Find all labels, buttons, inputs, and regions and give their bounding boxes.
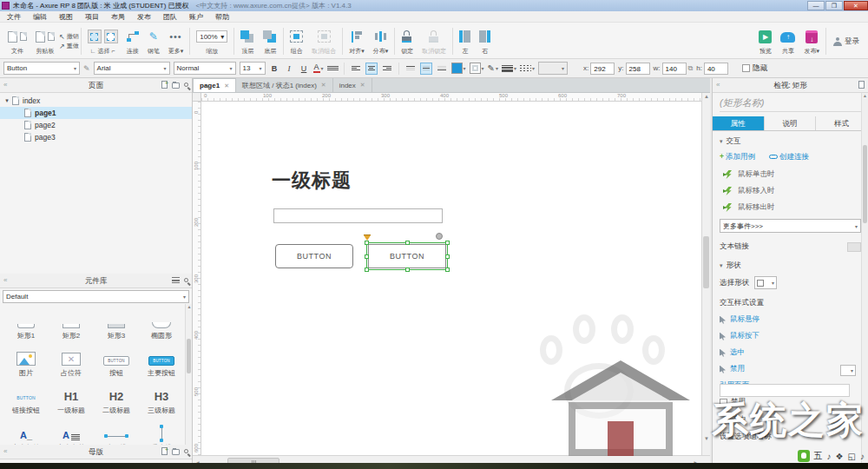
inspector-scrollbar[interactable]: ▲ [861, 93, 868, 463]
collapse-panel-icon[interactable]: « [716, 82, 720, 89]
height-input[interactable]: 40 [704, 63, 728, 75]
file-tools[interactable]: 文件 [3, 24, 31, 58]
notes-page-icon[interactable] [858, 81, 865, 89]
align-left-text-button[interactable] [350, 63, 362, 75]
widget-name-input[interactable]: (矩形名称) [720, 96, 861, 112]
add-master-icon[interactable] [161, 447, 168, 455]
search-icon[interactable] [184, 83, 188, 87]
page-tree-item-page2[interactable]: page2 [0, 119, 192, 131]
widget-ellipse[interactable]: 椭圆形 [139, 305, 184, 342]
valign-top-button[interactable] [404, 63, 417, 75]
minimize-button[interactable]: — [807, 1, 825, 10]
preview-button[interactable]: ▶ 预览 [754, 24, 776, 58]
lock-button[interactable]: 锁定 [397, 24, 418, 58]
redo-button[interactable]: ↗重做 [59, 42, 79, 50]
maximize-button[interactable]: ❐ [825, 1, 843, 10]
align-right-button[interactable]: 右 [475, 24, 495, 58]
font-size-select[interactable]: 13▾ [240, 62, 266, 75]
x-input[interactable]: 292 [590, 63, 615, 75]
shape-section-header[interactable]: ▾形状 [720, 261, 861, 271]
width-input[interactable]: 140 [662, 63, 687, 75]
group-button[interactable]: 组合 [286, 24, 307, 58]
share-button[interactable]: ↑ 共享 [776, 24, 799, 58]
clipboard-tools[interactable]: 剪贴板 [31, 24, 59, 58]
widget-scrollbar[interactable]: ▲▼ [185, 304, 192, 450]
widget-placeholder[interactable]: ✕占位符 [49, 342, 94, 380]
canvas-vertical-scrollbar[interactable]: ▲ ▼ [701, 93, 710, 455]
menu-help[interactable]: 帮助 [215, 12, 229, 22]
tab-page1[interactable]: page1✕ [193, 78, 236, 92]
widget-h3[interactable]: H3三级标题 [139, 380, 184, 417]
widget-primary-button[interactable]: BUTTON主要按钮 [139, 342, 184, 380]
widget-link-button[interactable]: BUTTON链接按钮 [3, 380, 49, 417]
underline-button[interactable]: U [299, 63, 310, 75]
style-selected-link[interactable]: 选中 [720, 347, 861, 358]
fill-color-button[interactable]: ▾ [451, 63, 466, 74]
event-onclick[interactable]: 鼠标单击时 [725, 169, 861, 180]
close-tab-icon[interactable]: ✕ [321, 82, 326, 89]
shape-select[interactable]: ▾ [754, 276, 777, 289]
add-folder-icon[interactable] [172, 449, 180, 455]
collapse-panel-icon[interactable]: « [3, 448, 7, 455]
align-right-text-button[interactable] [381, 63, 393, 75]
style-mousedown-link[interactable]: 鼠标按下 [720, 331, 861, 341]
distribute-button[interactable]: 分布▾ [369, 24, 393, 58]
library-menu-icon[interactable] [172, 277, 180, 283]
italic-button[interactable]: I [284, 63, 295, 75]
option-group-select[interactable]: ▾ [840, 365, 856, 376]
add-case-link[interactable]: +添加用例 [720, 152, 755, 162]
close-tab-icon[interactable]: ✕ [360, 82, 365, 89]
collapse-panel-icon[interactable]: « [3, 82, 7, 89]
widget-style-select[interactable]: Button▾ [3, 62, 80, 75]
font-weight-select[interactable]: Normal▾ [174, 62, 236, 75]
widget-h2[interactable]: H2二级标题 [94, 380, 139, 417]
menu-view[interactable]: 视图 [59, 12, 73, 22]
connect-tool[interactable]: 连接 [122, 24, 143, 58]
border-style-button[interactable]: ▾ [520, 63, 535, 74]
widget-h1[interactable]: H1一级标题 [49, 380, 94, 417]
widget-rect1[interactable]: 矩形1 [3, 305, 49, 342]
login-button[interactable]: 登录 [828, 24, 865, 58]
design-canvas[interactable]: 一级标题 BUTTON BUTTON [201, 102, 701, 455]
widget-rect2[interactable]: 矩形2 [49, 305, 94, 342]
menu-file[interactable]: 文件 [7, 12, 21, 22]
pen-tool[interactable]: ✎ 钢笔 [143, 24, 164, 58]
more-events-select[interactable]: 更多事件>>>▾ [720, 219, 861, 233]
widget-image[interactable]: 图片 [3, 342, 49, 380]
event-mouseleave[interactable]: 鼠标移出时 [725, 202, 861, 213]
page-tree-item-page3[interactable]: page3 [0, 131, 192, 143]
collapse-panel-icon[interactable]: « [3, 277, 7, 284]
send-to-back-button[interactable]: 底层 [259, 24, 281, 58]
align-button[interactable]: 对齐▾ [345, 24, 369, 58]
create-connection-link[interactable]: 创建连接 [769, 152, 809, 162]
format-painter-icon[interactable]: ✎ [83, 63, 90, 74]
hidden-checkbox[interactable] [742, 64, 750, 72]
tab-properties[interactable]: 属性 [713, 116, 765, 130]
menu-team[interactable]: 团队 [163, 12, 177, 22]
valign-middle-button[interactable] [420, 63, 432, 75]
interaction-section-header[interactable]: ▾交互 [720, 136, 861, 147]
tab-index[interactable]: index✕ [333, 78, 372, 92]
border-color-button[interactable]: ✎▾ [488, 63, 498, 74]
close-tab-icon[interactable]: ✕ [224, 83, 229, 89]
library-select[interactable]: Default▾ [3, 290, 189, 303]
font-family-select[interactable]: Arial▾ [94, 62, 170, 75]
menu-publish[interactable]: 发布 [137, 12, 151, 22]
canvas-textfield-widget[interactable] [273, 208, 443, 223]
select-mode-tools[interactable]: ∟ 选择 ⌐ [83, 24, 122, 58]
tab-state1-index[interactable]: 联想区域 / 状态1 (index)✕ [236, 78, 333, 92]
page-tree-item-page1[interactable]: page1 [0, 107, 192, 119]
widget-button[interactable]: BUTTON按钮 [94, 342, 139, 380]
add-page-icon[interactable] [161, 81, 168, 89]
style-mouseover-link[interactable]: 鼠标悬停 [720, 314, 861, 325]
valign-bottom-button[interactable] [436, 63, 448, 75]
disabled-checkbox[interactable] [720, 399, 727, 406]
publish-button[interactable]: ↓ 发布▾ [799, 24, 824, 58]
search-icon[interactable] [184, 278, 188, 282]
canvas-heading-widget[interactable]: 一级标题 [272, 168, 352, 194]
link-dimensions-icon[interactable]: ⧉ [688, 64, 694, 73]
bold-button[interactable]: B [269, 63, 280, 75]
font-color-button[interactable]: A▾ [313, 63, 324, 73]
menu-account[interactable]: 账户 [189, 12, 203, 22]
canvas-button2-widget[interactable]: BUTTON [368, 244, 446, 268]
